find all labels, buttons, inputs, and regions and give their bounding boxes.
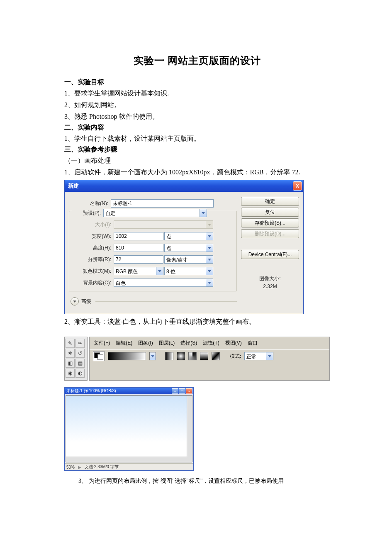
color-mode-combo[interactable]: RGB 颜色 bbox=[114, 267, 163, 275]
resolution-unit-combo[interactable]: 像素/英寸 bbox=[164, 255, 213, 264]
section-1-item-2: 2、如何规划网站。 bbox=[64, 100, 330, 110]
pencil-tool-icon[interactable]: ✏ bbox=[75, 339, 85, 348]
menu-layer[interactable]: 图层(L) bbox=[159, 340, 175, 347]
application-chrome: 文件(F) 编辑(E) 图象(I) 图层(L) 选择(S) 滤镜(T) 视图(V… bbox=[89, 337, 330, 381]
gradient-preview[interactable] bbox=[108, 352, 146, 360]
step-1-text: 1、启动软件，新建一个画布大小为 1002pxX810px，颜色模式：RGB，分… bbox=[64, 167, 330, 177]
diamond-gradient-icon[interactable] bbox=[212, 352, 220, 360]
chevron-down-icon[interactable] bbox=[266, 352, 273, 360]
reset-button[interactable]: 复位 bbox=[241, 208, 299, 217]
foreground-background-swatch[interactable] bbox=[93, 351, 105, 361]
eraser-tool-icon[interactable]: ◧ bbox=[66, 359, 75, 368]
step-3-text: 3、 为进行网页的布局比例，按"视图"选择"标尺"，设置相应标尺，已被布局使用 bbox=[64, 477, 330, 485]
menu-bar: 文件(F) 编辑(E) 图象(I) 图层(L) 选择(S) 滤镜(T) 视图(V… bbox=[90, 337, 329, 349]
image-size-label: 图像大小: bbox=[241, 275, 299, 283]
menu-image[interactable]: 图象(I) bbox=[138, 340, 153, 347]
width-input[interactable] bbox=[114, 232, 163, 240]
minimize-icon[interactable]: – bbox=[172, 388, 178, 394]
name-input[interactable] bbox=[111, 199, 214, 208]
color-mode-value: RGB 颜色 bbox=[114, 267, 156, 275]
section-1-head: 一、实验目标 bbox=[64, 78, 330, 87]
reflected-gradient-icon[interactable] bbox=[200, 352, 208, 360]
image-size-value: 2.32M bbox=[241, 283, 299, 291]
canvas-area[interactable] bbox=[66, 395, 192, 462]
size-value bbox=[114, 221, 206, 228]
bit-depth-value: 8 位 bbox=[165, 267, 206, 275]
chevron-down-icon[interactable] bbox=[206, 267, 213, 275]
menu-select[interactable]: 选择(S) bbox=[180, 340, 197, 347]
close-icon[interactable]: X bbox=[293, 181, 302, 191]
canvas-status-bar: 50% ▶ 文档:2.33M/0 字节 bbox=[65, 463, 193, 470]
stamp-tool-icon[interactable]: ✲ bbox=[66, 349, 75, 358]
menu-view[interactable]: 视图(V) bbox=[225, 340, 242, 347]
chevron-down-icon[interactable] bbox=[206, 256, 213, 263]
advanced-toggle[interactable] bbox=[71, 297, 79, 306]
preset-label: 预设(P): bbox=[72, 210, 103, 217]
brush-tool-icon[interactable]: ✎ bbox=[66, 339, 75, 348]
page-title: 实验一 网站主页版面的设计 bbox=[64, 54, 330, 67]
gradient-tool-icon[interactable]: ▤ bbox=[75, 359, 85, 368]
section-1-item-3: 3、熟悉 Photoshop 软件的使用。 bbox=[64, 112, 330, 122]
width-unit-combo[interactable]: 点 bbox=[164, 232, 213, 240]
blur-tool-icon[interactable]: ◉ bbox=[66, 369, 75, 378]
section-2-item-1: 1、学生自行下载素材，设计某网站主页版面。 bbox=[64, 134, 330, 144]
bit-depth-combo[interactable]: 8 位 bbox=[164, 267, 213, 275]
close-icon[interactable]: × bbox=[186, 388, 192, 394]
dialog-title: 新建 bbox=[68, 182, 79, 190]
section-3-head: 三、实验参考步骤 bbox=[64, 145, 330, 154]
height-input[interactable] bbox=[114, 244, 163, 252]
ok-button[interactable]: 确定 bbox=[241, 197, 299, 206]
chevron-down-icon bbox=[73, 301, 76, 303]
preset-value: 自定 bbox=[104, 209, 200, 217]
new-document-dialog: 新建 X 名称(N): 预设(P): 自定 bbox=[64, 180, 304, 314]
chevron-down-icon[interactable] bbox=[206, 232, 213, 240]
menu-edit[interactable]: 编辑(E) bbox=[116, 340, 132, 347]
chevron-down-icon[interactable] bbox=[200, 209, 207, 217]
advanced-label: 高级 bbox=[81, 298, 91, 305]
chevron-down-icon[interactable] bbox=[149, 352, 156, 360]
section-3-sub: （一）画布处理 bbox=[64, 156, 330, 166]
canvas-doc-size: 文档:2.33M/0 字节 bbox=[85, 464, 119, 470]
section-2-head: 二、实验内容 bbox=[64, 123, 330, 132]
menu-window[interactable]: 窗口 bbox=[248, 340, 258, 347]
options-bar: 模式: 正常 bbox=[90, 349, 329, 363]
height-unit-combo[interactable]: 点 bbox=[164, 244, 213, 252]
save-preset-button[interactable]: 存储预设(S)... bbox=[241, 218, 299, 227]
dialog-titlebar[interactable]: 新建 X bbox=[65, 180, 303, 192]
resolution-unit-value: 像素/英寸 bbox=[165, 256, 206, 263]
divider bbox=[95, 301, 237, 302]
background-label: 背景内容(C): bbox=[72, 279, 114, 286]
color-mode-label: 颜色模式(M): bbox=[72, 268, 114, 275]
device-central-button[interactable]: Device Central(E)... bbox=[241, 250, 299, 259]
history-brush-tool-icon[interactable]: ↺ bbox=[75, 349, 85, 358]
chevron-down-icon[interactable] bbox=[206, 279, 213, 286]
chevron-down-icon[interactable] bbox=[156, 267, 163, 275]
linear-gradient-icon[interactable] bbox=[165, 352, 173, 360]
background-combo[interactable]: 白色 bbox=[114, 279, 213, 287]
dodge-tool-icon[interactable]: ◐ bbox=[75, 369, 85, 378]
blend-mode-combo[interactable]: 正常 bbox=[244, 352, 273, 360]
menu-filter[interactable]: 滤镜(T) bbox=[203, 340, 219, 347]
angle-gradient-icon[interactable] bbox=[188, 352, 197, 360]
resolution-label: 分辨率(R): bbox=[72, 256, 114, 263]
chevron-down-icon[interactable] bbox=[206, 244, 213, 252]
canvas-title: 未标题-1 @ 100% (RGB/8) bbox=[66, 388, 116, 394]
radial-gradient-icon[interactable] bbox=[177, 352, 185, 360]
blend-mode-label: 模式: bbox=[230, 353, 241, 360]
height-label: 高度(H): bbox=[72, 244, 114, 252]
height-unit-value: 点 bbox=[165, 244, 206, 252]
resolution-input[interactable] bbox=[114, 255, 163, 264]
vertical-scrollbar[interactable] bbox=[187, 396, 192, 462]
preset-combo[interactable]: 自定 bbox=[103, 209, 207, 217]
menu-file[interactable]: 文件(F) bbox=[94, 340, 110, 347]
width-label: 宽度(W): bbox=[72, 233, 114, 240]
background-value: 白色 bbox=[114, 279, 206, 286]
canvas-titlebar[interactable]: 未标题-1 @ 100% (RGB/8) – □ × bbox=[65, 388, 193, 394]
horizontal-scrollbar[interactable] bbox=[66, 457, 187, 462]
size-combo bbox=[114, 220, 213, 229]
size-label: 大小(I): bbox=[72, 221, 114, 228]
maximize-icon[interactable]: □ bbox=[179, 388, 185, 394]
toolbox-panel: ✎ ✏ ✲ ↺ ◧ ▤ ◉ ◐ bbox=[64, 337, 88, 381]
name-label: 名称(N): bbox=[69, 200, 111, 207]
canvas-zoom: 50% bbox=[66, 465, 75, 469]
